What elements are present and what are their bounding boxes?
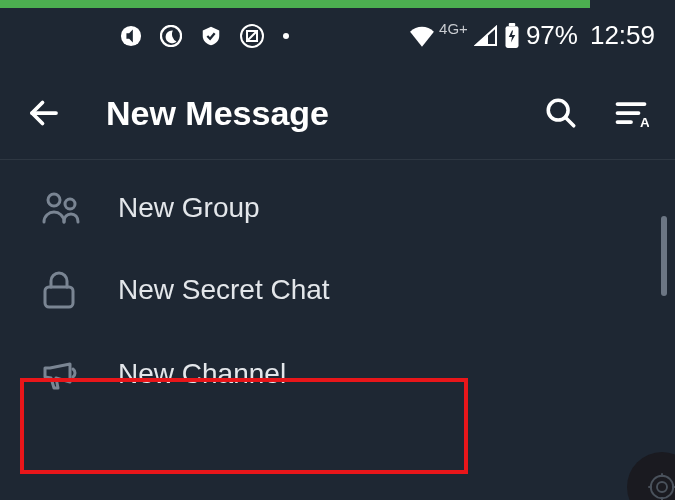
- page-title: New Message: [106, 94, 517, 133]
- status-left-icons: [120, 24, 290, 48]
- svg-line-10: [565, 117, 574, 126]
- megaphone-icon: [40, 354, 84, 394]
- lock-icon: [40, 270, 84, 310]
- svg-rect-7: [509, 23, 516, 26]
- scroll-indicator[interactable]: [661, 216, 667, 296]
- status-bar: 4G+ 97% 12:59: [0, 8, 675, 75]
- sort-button[interactable]: A: [611, 93, 651, 133]
- battery-percent: 97%: [526, 20, 578, 51]
- camera-overlay-icon: [627, 452, 675, 500]
- dot-icon: [282, 32, 290, 40]
- group-icon: [40, 190, 84, 226]
- svg-point-5: [283, 33, 289, 39]
- new-secret-chat-item[interactable]: New Secret Chat: [0, 248, 675, 332]
- svg-point-18: [657, 482, 667, 492]
- svg-point-16: [65, 199, 75, 209]
- toolbar: New Message A: [0, 75, 675, 160]
- menu-item-label: New Group: [118, 192, 260, 224]
- new-group-item[interactable]: New Group: [0, 168, 675, 248]
- search-button[interactable]: [541, 93, 581, 133]
- new-channel-item[interactable]: New Channel: [0, 332, 675, 416]
- back-button[interactable]: [24, 93, 64, 133]
- menu-item-label: New Channel: [118, 358, 286, 390]
- network-label: 4G+: [439, 20, 468, 37]
- sound-icon: [120, 25, 142, 47]
- svg-point-15: [48, 194, 60, 206]
- battery-icon: [504, 23, 520, 49]
- shield-icon: [200, 25, 222, 47]
- menu-list: New Group New Secret Chat New Channel: [0, 160, 675, 416]
- svg-point-19: [651, 476, 674, 499]
- svg-line-4: [247, 31, 257, 41]
- moon-icon: [160, 25, 182, 47]
- menu-item-label: New Secret Chat: [118, 274, 330, 306]
- status-right: 4G+ 97% 12:59: [409, 20, 655, 51]
- signal-icon: [474, 25, 498, 47]
- top-green-bar: [0, 0, 590, 8]
- clock: 12:59: [590, 20, 655, 51]
- app-icon: [240, 24, 264, 48]
- svg-text:A: A: [640, 115, 649, 130]
- svg-rect-17: [45, 287, 73, 307]
- wifi-icon: [409, 25, 435, 47]
